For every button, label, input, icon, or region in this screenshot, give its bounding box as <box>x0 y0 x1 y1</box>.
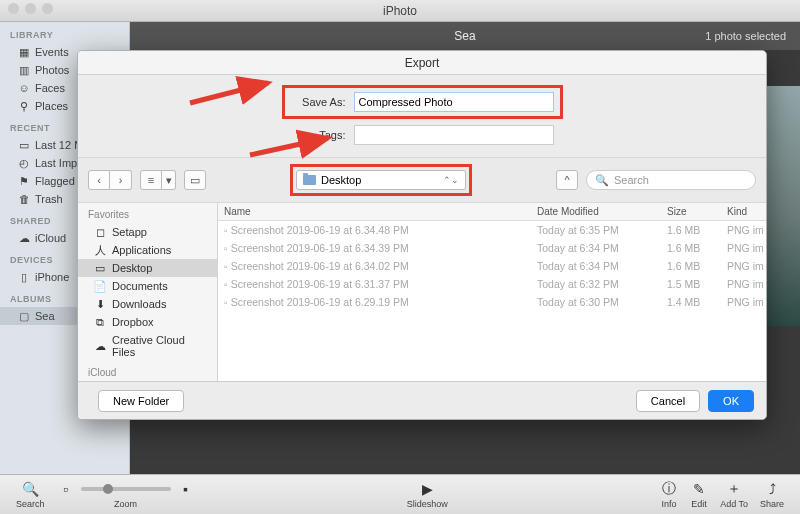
trash-icon: 🗑 <box>18 193 30 205</box>
fav-desktop[interactable]: ▭Desktop <box>78 259 217 277</box>
back-button[interactable]: ‹ <box>88 170 110 190</box>
main-header: Sea 1 photo selected <box>130 22 800 50</box>
info-icon: ⓘ <box>660 480 678 498</box>
download-icon: ⬇ <box>94 298 106 310</box>
collapse-button[interactable]: ^ <box>556 170 578 190</box>
folder-icon <box>303 175 316 185</box>
window-titlebar: iPhoto <box>0 0 800 22</box>
flag-icon: ⚑ <box>18 175 30 187</box>
search-icon: 🔍 <box>595 174 609 187</box>
file-header[interactable]: Name Date Modified Size Kind <box>218 203 766 221</box>
calendar-icon: ▭ <box>18 139 30 151</box>
forward-button[interactable]: › <box>110 170 132 190</box>
cancel-button[interactable]: Cancel <box>636 390 700 412</box>
zoom-in-icon: ▪ <box>177 480 195 498</box>
cloud-icon: ☁ <box>18 232 30 244</box>
share-icon: ⤴ <box>763 480 781 498</box>
favorites-header: Favorites <box>78 203 217 223</box>
sheet-footer: New Folder Cancel OK <box>78 381 766 419</box>
fav-creative-cloud[interactable]: ☁Creative Cloud Files <box>78 331 217 361</box>
events-icon: ▦ <box>18 46 30 58</box>
bottom-toolbar: 🔍Search ▫▪ Zoom ▶Slideshow ⓘInfo ✎Edit ＋… <box>0 474 800 514</box>
view-list-button[interactable]: ≡ <box>140 170 162 190</box>
main-title: Sea <box>454 29 475 43</box>
album-icon: ▢ <box>18 310 30 322</box>
cloud-icon: ☁ <box>94 340 106 352</box>
tb-share[interactable]: ⤴Share <box>760 480 784 509</box>
photos-icon: ▥ <box>18 64 30 76</box>
desktop-icon: ▭ <box>94 262 106 274</box>
dropbox-icon: ⧉ <box>94 316 106 328</box>
zoom-out-icon: ▫ <box>57 480 75 498</box>
apps-icon: 人 <box>94 244 106 256</box>
fav-downloads[interactable]: ⬇Downloads <box>78 295 217 313</box>
file-row[interactable]: ▫ Screenshot 2019-06-19 at 6.34.48 PMTod… <box>218 221 766 239</box>
view-dropdown-button[interactable]: ▾ <box>162 170 176 190</box>
tb-search[interactable]: 🔍Search <box>16 480 45 509</box>
tb-zoom[interactable]: ▫▪ Zoom <box>57 480 195 509</box>
fav-setapp[interactable]: ◻Setapp <box>78 223 217 241</box>
save-as-label: Save As: <box>291 96 346 108</box>
new-folder-button[interactable]: New Folder <box>98 390 184 412</box>
icloud-header: iCloud <box>78 361 217 381</box>
places-icon: ⚲ <box>18 100 30 112</box>
save-as-input[interactable] <box>354 92 554 112</box>
sheet-title: Export <box>78 51 766 75</box>
doc-icon: 📄 <box>94 280 106 292</box>
file-row[interactable]: ▫ Screenshot 2019-06-19 at 6.31.37 PMTod… <box>218 275 766 293</box>
fav-applications[interactable]: 人Applications <box>78 241 217 259</box>
ok-button[interactable]: OK <box>708 390 754 412</box>
search-field[interactable]: 🔍 Search <box>586 170 756 190</box>
chevron-updown-icon: ⌃⌄ <box>443 175 459 185</box>
tb-slideshow[interactable]: ▶Slideshow <box>407 480 448 509</box>
location-dropdown[interactable]: Desktop ⌃⌄ <box>296 170 466 190</box>
add-icon: ＋ <box>725 480 743 498</box>
app-title: iPhoto <box>383 4 417 18</box>
file-row[interactable]: ▫ Screenshot 2019-06-19 at 6.34.02 PMTod… <box>218 257 766 275</box>
clock-icon: ◴ <box>18 157 30 169</box>
selection-count: 1 photo selected <box>705 30 786 42</box>
tb-edit[interactable]: ✎Edit <box>690 480 708 509</box>
search-icon: 🔍 <box>21 480 39 498</box>
fav-documents[interactable]: 📄Documents <box>78 277 217 295</box>
faces-icon: ☺ <box>18 82 30 94</box>
save-as-highlight: Save As: <box>282 85 563 119</box>
play-icon: ▶ <box>418 480 436 498</box>
tb-info[interactable]: ⓘInfo <box>660 480 678 509</box>
tb-addto[interactable]: ＋Add To <box>720 480 748 509</box>
file-row[interactable]: ▫ Screenshot 2019-06-19 at 6.29.19 PMTod… <box>218 293 766 311</box>
view-icon-button[interactable]: ▭ <box>184 170 206 190</box>
device-icon: ▯ <box>18 271 30 283</box>
square-icon: ◻ <box>94 226 106 238</box>
export-sheet: Export Save As: Tags: ‹ › ≡ <box>77 50 767 420</box>
traffic-lights[interactable] <box>8 3 53 14</box>
location-highlight: Desktop ⌃⌄ <box>290 164 472 196</box>
tags-label: Tags: <box>291 129 346 141</box>
edit-icon: ✎ <box>690 480 708 498</box>
tags-input[interactable] <box>354 125 554 145</box>
zoom-slider[interactable] <box>81 487 171 491</box>
file-row[interactable]: ▫ Screenshot 2019-06-19 at 6.34.39 PMTod… <box>218 239 766 257</box>
sidebar-header: LIBRARY <box>0 22 129 43</box>
fav-dropbox[interactable]: ⧉Dropbox <box>78 313 217 331</box>
